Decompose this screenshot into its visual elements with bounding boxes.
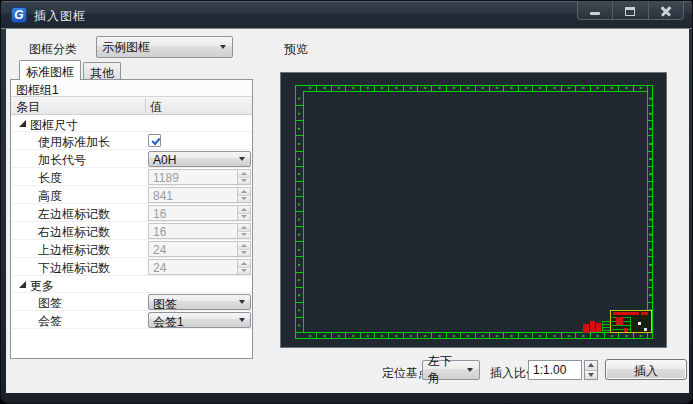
- row-label: 长度: [38, 170, 62, 187]
- right-marks-spinner: 16: [148, 223, 251, 239]
- property-row-length: 长度 1189: [11, 168, 252, 186]
- spinner-value: 841: [153, 189, 173, 203]
- frame-group-bar: 图框组1: [11, 80, 252, 97]
- window-controls: [577, 1, 684, 20]
- property-row-use-standard-extension: 使用标准加长: [11, 132, 252, 150]
- countersign-red-bar: [590, 321, 595, 332]
- spinner-value: 24: [153, 243, 166, 257]
- property-row-left-marks: 左边框标记数 16: [11, 204, 252, 222]
- row-label: 加长代号: [38, 152, 86, 169]
- frame-left-marks: [295, 91, 303, 333]
- property-row-top-marks: 上边框标记数 24: [11, 240, 252, 258]
- tab-label: 标准图框: [26, 65, 74, 79]
- title-block-white-dot: [638, 322, 641, 325]
- frame-top-marks: [303, 85, 648, 91]
- spinner-buttons: [237, 224, 250, 238]
- property-row-bottom-marks: 下边框标记数 24: [11, 258, 252, 276]
- spin-down-icon: [238, 195, 250, 203]
- maximize-icon: [625, 7, 635, 16]
- use-standard-extension-checkbox[interactable]: [148, 134, 161, 147]
- spinner-buttons: [237, 170, 250, 184]
- property-row-right-marks: 右边框标记数 16: [11, 222, 252, 240]
- minimize-icon: [590, 12, 600, 15]
- row-label: 使用标准加长: [38, 134, 110, 151]
- spin-up-button[interactable]: [585, 361, 597, 370]
- countersign-dropdown[interactable]: 会签1: [148, 312, 251, 328]
- preview-label: 预览: [284, 41, 308, 58]
- minimize-button[interactable]: [578, 1, 612, 19]
- title-block-red-bar: [641, 312, 648, 315]
- title-block-red-dot: [624, 328, 628, 332]
- app-logo-icon: G: [11, 7, 27, 23]
- countersign-red-mark: [583, 324, 589, 333]
- length-spinner: 1189: [148, 169, 251, 185]
- title-block-white-dot: [644, 328, 647, 331]
- column-value: 值: [150, 99, 162, 116]
- countersign-green-lines: [602, 321, 610, 332]
- frame-bottom-marks: [303, 333, 648, 339]
- base-point-dropdown[interactable]: 左下角: [422, 360, 480, 380]
- row-label: 左边框标记数: [38, 206, 110, 223]
- left-marks-spinner: 16: [148, 205, 251, 221]
- property-row-countersign: 会签 会签1: [11, 311, 252, 329]
- tab-standard-frame[interactable]: 标准图框: [19, 60, 81, 80]
- spinner-value: 16: [153, 207, 166, 221]
- column-item: 条目: [16, 99, 40, 116]
- title-block-red-bar: [613, 312, 639, 315]
- spin-down-icon: [238, 267, 250, 275]
- property-table-header: 条目 值: [11, 97, 252, 115]
- spin-down-icon: [238, 231, 250, 239]
- property-row-height: 高度 841: [11, 186, 252, 204]
- maximize-button[interactable]: [612, 1, 647, 19]
- height-spinner: 841: [148, 187, 251, 203]
- window-title: 插入图框: [34, 8, 86, 25]
- countersign-table-graphic: [590, 320, 610, 333]
- spinner-buttons: [237, 188, 250, 202]
- top-marks-spinner: 24: [148, 241, 251, 257]
- spin-down-icon: [238, 213, 250, 221]
- property-row-title-block: 图签 图签: [11, 293, 252, 311]
- property-row-extension-code: 加长代号 A0H: [11, 150, 252, 168]
- row-label: 右边框标记数: [38, 224, 110, 241]
- insert-scale-input[interactable]: 1:1.00: [528, 360, 582, 380]
- frame-right-marks: [648, 91, 653, 333]
- dropdown-value: 会签1: [153, 315, 184, 329]
- insert-button[interactable]: 插入: [605, 359, 687, 380]
- group-row-more[interactable]: 更多: [11, 276, 252, 293]
- spinner-buttons: [237, 242, 250, 256]
- frame-inner-border: [303, 91, 648, 333]
- spinner-value: 16: [153, 225, 166, 239]
- title-block-dropdown[interactable]: 图签: [148, 294, 251, 310]
- tab-label: 其他: [90, 66, 114, 80]
- title-block-graphic: [610, 310, 652, 333]
- row-label: 高度: [38, 188, 62, 205]
- extension-code-dropdown[interactable]: A0H: [148, 151, 251, 167]
- spin-down-icon: [238, 249, 250, 257]
- property-panel: 图框组1 条目 值 图框尺寸 使用标准加长 加长代号 A0H 长度 1189: [10, 79, 253, 359]
- row-label: 图签: [38, 295, 62, 312]
- spinner-buttons: [237, 206, 250, 220]
- dropdown-value: A0H: [153, 153, 176, 167]
- insert-frame-dialog: G 插入图框 图框分类 示例图框 标准图框 其他 图框组1 条目 值 图框尺寸: [0, 0, 693, 404]
- spinner-value: 24: [153, 261, 166, 275]
- spinner-value: 1189: [153, 171, 179, 185]
- row-label: 下边框标记数: [38, 260, 110, 277]
- category-dropdown-value: 示例图框: [102, 39, 150, 56]
- property-rows: 图框尺寸 使用标准加长 加长代号 A0H 长度 1189 高度 841 左边框标…: [11, 115, 252, 329]
- preview-canvas: [280, 72, 667, 348]
- insert-scale-spinner: [584, 360, 598, 380]
- title-bar[interactable]: G 插入图框: [1, 1, 692, 29]
- base-point-value: 左下角: [428, 353, 463, 387]
- countersign-red-bar: [596, 323, 601, 332]
- expand-triangle-icon: [19, 120, 26, 127]
- tab-other[interactable]: 其他: [83, 62, 121, 80]
- category-dropdown[interactable]: 示例图框: [96, 36, 233, 58]
- row-label: 会签: [38, 313, 62, 330]
- spin-down-button[interactable]: [585, 370, 597, 380]
- group-row-frame-size[interactable]: 图框尺寸: [11, 115, 252, 132]
- expand-triangle-icon: [19, 281, 26, 288]
- row-label: 上边框标记数: [38, 242, 110, 259]
- title-block-red-cell: [616, 317, 623, 325]
- close-button[interactable]: [648, 1, 683, 19]
- spinner-buttons: [237, 260, 250, 274]
